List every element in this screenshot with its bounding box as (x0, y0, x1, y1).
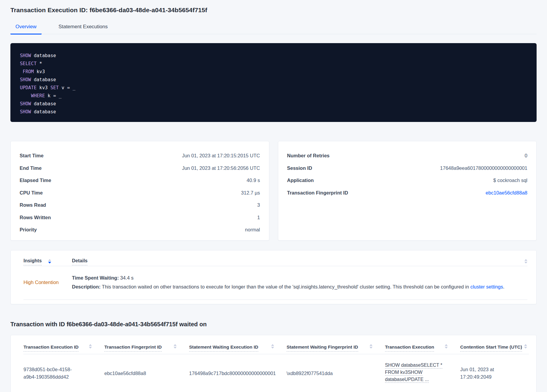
cell-statement-waiting-fingerprint-id: \xdb8922f077541dda (287, 370, 385, 377)
sql-keyword: SHOW (20, 53, 34, 58)
priority-label: Priority (20, 227, 37, 233)
sort-icon[interactable] (89, 344, 92, 349)
summary-section: Start Time Jun 01, 2023 at 17:20:15:2015… (10, 141, 537, 241)
time-spent-waiting-line: Time Spent Waiting: 34.4 s (72, 273, 527, 282)
session-id-label: Session ID (287, 165, 312, 171)
insights-column-label[interactable]: Insights (23, 258, 42, 265)
column-label[interactable]: Statement Waiting Execution ID (189, 344, 258, 352)
txn-fingerprint-link[interactable]: ebc10ae56cfd88a8 (486, 190, 527, 196)
column-label[interactable]: Transaction Execution (385, 344, 434, 352)
cell-statement-waiting-execution-id: 176498a9c717bdc80000000000000001 (189, 370, 287, 377)
sql-line: UPDATE kv3 SET v = _ (20, 84, 527, 92)
summary-row-elapsed-time: Elapsed Time 40.9 s (20, 174, 260, 187)
column-label[interactable]: Transaction Execution ID (23, 344, 78, 352)
sort-icon[interactable] (174, 344, 177, 349)
transaction-execution-link-line[interactable]: SHOW databaseSELECT * (385, 363, 442, 369)
sort-icon[interactable] (524, 344, 527, 349)
sql-identifier: database (34, 53, 56, 58)
priority-value: normal (245, 227, 260, 233)
summary-row-retries: Number of Retries 0 (287, 150, 528, 162)
sort-desc-icon (48, 262, 51, 264)
description-suffix: . (503, 284, 504, 289)
summary-row-end-time: End Time Jun 01, 2023 at 17:20:56:2056 U… (20, 162, 260, 175)
sort-asc-icon (370, 344, 372, 346)
sql-identifier: v = _ (62, 85, 76, 90)
time-spent-waiting-label: Time Spent Waiting: (72, 275, 119, 280)
sql-keyword: UPDATE (20, 85, 39, 90)
sql-identifier: kv3 (39, 85, 50, 90)
application-label: Application (287, 178, 314, 183)
sql-identifier: kv3 (37, 69, 45, 74)
sort-icon[interactable] (524, 259, 527, 264)
rows-read-label: Rows Read (20, 202, 46, 208)
transaction-execution-link-line[interactable]: databaseUPDATE ... (385, 377, 429, 383)
details-column-label[interactable]: Details (72, 258, 87, 265)
sort-desc-icon (524, 347, 527, 349)
cluster-settings-link[interactable]: cluster settings (470, 284, 503, 289)
column-label[interactable]: Statement Waiting Fingerprint ID (287, 344, 358, 352)
sort-icon[interactable] (271, 344, 274, 349)
session-id-value: 17648a9eea6017800000000000000001 (440, 165, 527, 171)
sort-icon[interactable] (48, 259, 51, 264)
sql-keyword: SHOW (20, 77, 34, 82)
tab-overview[interactable]: Overview (10, 24, 42, 35)
sql-identifier: * (39, 61, 42, 66)
insight-details: Time Spent Waiting: 34.4 s Description: … (72, 273, 527, 291)
summary-row-rows-written: Rows Written 1 (20, 211, 260, 224)
start-time-value: Jun 01, 2023 at 17:20:15:2015 UTC (182, 153, 260, 159)
sql-keyword: SHOW (20, 101, 34, 106)
end-time-value: Jun 01, 2023 at 17:20:56:2056 UTC (182, 165, 260, 171)
column-label[interactable]: Contention Start Time (UTC) (460, 344, 522, 352)
timing-summary-card: Start Time Jun 01, 2023 at 17:20:15:2015… (10, 141, 269, 241)
col-header-statement-waiting-fingerprint-id[interactable]: Statement Waiting Fingerprint ID (287, 344, 385, 352)
sort-desc-icon (524, 262, 527, 264)
column-label[interactable]: Transaction Fingerprint ID (104, 344, 162, 352)
summary-row-txn-fingerprint: Transaction Fingerprint ID ebc10ae56cfd8… (287, 187, 528, 199)
start-time-label: Start Time (20, 153, 43, 159)
end-time-label: End Time (20, 165, 42, 171)
cpu-time-value: 312.7 µs (241, 190, 260, 196)
retries-value: 0 (525, 153, 527, 159)
transaction-execution-link-line[interactable]: FROM kv3SHOW (385, 370, 422, 376)
sort-asc-icon (174, 344, 177, 346)
sql-identifier: database (34, 109, 56, 115)
sql-keyword: SELECT (20, 61, 39, 66)
sort-desc-icon (89, 347, 92, 349)
sort-icon[interactable] (370, 344, 372, 349)
time-spent-waiting-value: 34.4 s (119, 275, 134, 280)
insights-column-header[interactable]: Insights (23, 258, 72, 265)
cell-contention-start-time: Jun 01, 2023 at 17:20:49:2049 (460, 366, 529, 381)
insights-table-card: Insights Details High Contention Time Sp… (10, 250, 537, 304)
summary-row-start-time: Start Time Jun 01, 2023 at 17:20:15:2015… (20, 150, 260, 162)
waited-on-table-card: Transaction Execution ID Transaction Fin… (10, 335, 537, 392)
sql-keyword: SET (51, 85, 62, 90)
col-header-transaction-execution[interactable]: Transaction Execution (385, 344, 460, 352)
sort-asc-icon (271, 344, 274, 346)
col-header-contention-start-time[interactable]: Contention Start Time (UTC) (460, 344, 529, 352)
sql-line: SHOW database (20, 100, 527, 108)
sql-keyword: WHERE (31, 93, 48, 98)
col-header-statement-waiting-execution-id[interactable]: Statement Waiting Execution ID (189, 344, 287, 352)
sort-asc-icon (524, 344, 527, 346)
summary-row-session-id: Session ID 17648a9eea6017800000000000000… (287, 162, 528, 175)
sort-desc-icon (370, 347, 372, 349)
summary-row-priority: Priority normal (20, 224, 260, 236)
details-column-header[interactable]: Details (72, 258, 87, 265)
sort-icon[interactable] (445, 344, 448, 349)
txn-fingerprint-label: Transaction Fingerprint ID (287, 190, 348, 196)
sql-line: SHOW database (20, 76, 527, 84)
sql-indent (20, 69, 23, 74)
summary-row-rows-read: Rows Read 3 (20, 199, 260, 211)
summary-row-cpu-time: CPU Time 312.7 µs (20, 187, 260, 199)
description-label: Description: (72, 284, 100, 289)
tab-statement-executions[interactable]: Statement Executions (54, 24, 113, 35)
cell-transaction-execution-link[interactable]: SHOW databaseSELECT * FROM kv3SHOW datab… (385, 363, 460, 384)
sql-line: WHERE k = _ (20, 92, 527, 100)
sql-identifier: k = _ (48, 93, 62, 98)
sql-identifier: database (34, 101, 56, 106)
sort-asc-icon (89, 344, 92, 346)
col-header-transaction-execution-id[interactable]: Transaction Execution ID (23, 344, 104, 352)
sort-asc-icon (445, 344, 448, 346)
col-header-transaction-fingerprint-id[interactable]: Transaction Fingerprint ID (104, 344, 189, 352)
sort-asc-icon (48, 259, 51, 261)
